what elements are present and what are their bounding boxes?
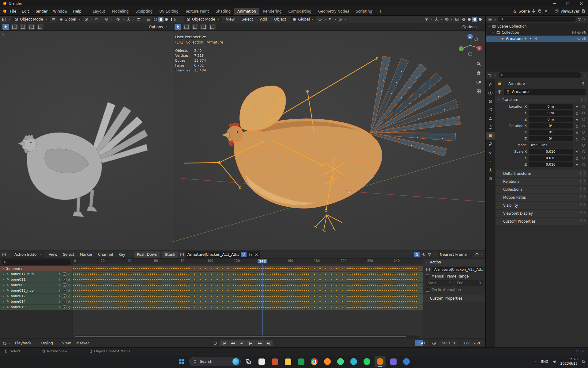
properties-tab-render[interactable] (486, 89, 495, 97)
panel-visibility[interactable]: Visibility (496, 202, 587, 209)
orientation-dropdown[interactable]: Global (57, 16, 83, 22)
keyframe-band-bone014[interactable] (73, 299, 423, 305)
expander-icon[interactable] (488, 25, 491, 28)
animate-dot[interactable] (582, 163, 585, 166)
snap-magnet-icon[interactable] (94, 17, 99, 21)
menu-file[interactable]: File (7, 8, 19, 14)
viewport-menu-add[interactable]: Add (257, 16, 270, 22)
workspace-tab-compositing[interactable]: Compositing (285, 8, 315, 15)
pan-hand-icon[interactable] (476, 71, 481, 75)
breadcrumb-object-name[interactable]: Armature (508, 82, 525, 86)
properties-tab-scene[interactable] (486, 115, 495, 122)
taskbar-app-excel[interactable] (296, 356, 307, 367)
workspace-tab-sculpting[interactable]: Sculpting (132, 8, 156, 15)
chevron-down-icon[interactable] (130, 253, 132, 256)
outliner-editor-type-icon[interactable] (488, 17, 492, 22)
lock-icon[interactable] (575, 131, 579, 134)
transform-value-field[interactable]: 0.010 (529, 155, 573, 161)
menu-edit[interactable]: Edit (19, 8, 32, 14)
transform-value-field[interactable]: 0.010 (529, 162, 573, 167)
push-down-button[interactable]: Push Down (134, 251, 160, 258)
keyframe-band-bone018-nub[interactable] (73, 288, 423, 294)
expander-icon[interactable] (2, 295, 5, 298)
options-dropdown[interactable]: Options (460, 24, 483, 30)
hide-eye-icon[interactable] (577, 31, 581, 35)
animate-dot[interactable] (582, 137, 585, 140)
taskbar-app-file-explorer[interactable] (282, 356, 293, 367)
viewport-menu-object[interactable]: Object (271, 16, 289, 22)
outliner-row-armature[interactable]: Armature (486, 36, 588, 42)
timeline-editor-type-icon[interactable] (2, 341, 7, 346)
rotation-mode-dropdown[interactable]: XYZ Euler (529, 143, 573, 148)
channel-modifier-icon[interactable] (58, 300, 62, 303)
unlink-scene-icon[interactable] (544, 9, 548, 13)
viewport-editor-type-icon[interactable] (174, 17, 179, 22)
transform-value-field[interactable]: 0° (529, 136, 573, 141)
maximize-button[interactable] (561, 0, 575, 7)
lock-icon[interactable] (575, 150, 579, 154)
close-button[interactable] (575, 0, 588, 7)
orientation-dropdown[interactable]: Global (290, 16, 316, 22)
lock-icon[interactable] (575, 124, 579, 128)
scene-browse-icon[interactable] (512, 9, 517, 13)
taskbar-app-task-view[interactable] (243, 356, 254, 367)
tool-select-circle[interactable] (192, 24, 198, 30)
keyframe-band-bone009[interactable] (73, 283, 423, 288)
workspace-tab-geometry-nodes[interactable]: Geometry Nodes (315, 8, 352, 15)
jump-to-next-keyframe-button[interactable]: ▶▶ (256, 340, 264, 346)
animate-dot[interactable] (582, 125, 585, 127)
collapsed-menus-icon[interactable] (51, 17, 55, 21)
panel-viewport-display[interactable]: Viewport Display (496, 210, 587, 217)
chevron-down-icon[interactable] (583, 74, 586, 77)
transform-value-field[interactable]: 0 m (529, 110, 573, 116)
lock-icon[interactable] (575, 137, 579, 141)
taskbar-app-firefox[interactable] (322, 356, 333, 367)
dopesheet-menu-view[interactable]: View (46, 251, 60, 258)
animate-dot[interactable] (582, 112, 585, 114)
current-frame-line[interactable] (262, 264, 263, 339)
properties-tab-object-data[interactable] (486, 166, 495, 174)
properties-tab-output[interactable] (486, 98, 495, 105)
toggle-grid-icon[interactable] (476, 89, 481, 94)
outliner-row-collection[interactable]: Collection✓ (486, 29, 588, 36)
properties-tab-physics[interactable] (486, 149, 495, 157)
channel-enable-checkbox[interactable]: ✓ (63, 278, 66, 281)
dopesheet-channel-bone014[interactable]: bone014✓ (0, 299, 73, 305)
tool-select-lasso[interactable] (28, 24, 35, 30)
workspace-tab-scripting[interactable]: Scripting (352, 8, 375, 15)
workspace-tab-layout[interactable]: Layout (89, 8, 109, 15)
channel-lock-icon[interactable] (68, 300, 71, 303)
tool-select-lasso[interactable] (200, 24, 207, 30)
shading-solid-icon[interactable] (158, 17, 164, 22)
clock-widget[interactable]: 12:28 2023/9/23 (560, 357, 578, 366)
panel-grip[interactable] (580, 172, 585, 174)
playbar-menu-playback[interactable]: Playback (12, 340, 38, 346)
gizmos-icon[interactable] (126, 17, 130, 21)
camera-view-icon[interactable] (476, 80, 481, 85)
start-button[interactable] (176, 356, 187, 367)
dopesheet-editor-type-icon[interactable] (2, 252, 6, 257)
tray-chevron-up-icon[interactable] (534, 360, 537, 363)
taskbar-app-chrome[interactable] (309, 356, 320, 367)
channel-modifier-icon[interactable] (58, 305, 62, 309)
lock-icon[interactable] (575, 163, 579, 167)
transform-value-field[interactable]: 0.010 (529, 149, 573, 154)
overlays-icon[interactable] (445, 17, 449, 21)
dopesheet-channel-bone018-nub[interactable]: bone018_nub✓ (0, 288, 73, 293)
keyframe-band-bone011[interactable] (73, 277, 423, 283)
unlink-action-icon[interactable] (254, 252, 259, 257)
shading-material-icon[interactable] (164, 17, 169, 22)
taskbar-app-browser[interactable] (401, 356, 412, 367)
properties-tab-tool[interactable] (486, 80, 495, 88)
channel-lock-icon[interactable] (68, 278, 71, 281)
zoom-icon[interactable] (476, 61, 481, 66)
animate-dot[interactable] (582, 157, 585, 159)
hide-eye-icon[interactable] (577, 37, 581, 41)
taskbar-app-widgets[interactable] (256, 356, 267, 367)
dopesheet-channel-bone012[interactable]: bone012✓ (0, 293, 73, 299)
navigation-gizmo[interactable]: Z X (457, 33, 483, 58)
range-start-field[interactable]: Start0 (426, 280, 454, 286)
expander-icon[interactable] (2, 267, 5, 270)
blender-menu-icon[interactable] (2, 9, 7, 13)
panel-grip[interactable] (580, 188, 585, 190)
